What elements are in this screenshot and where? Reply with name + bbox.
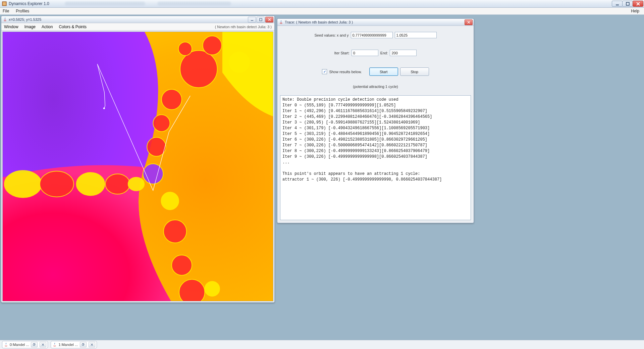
iter-end-input[interactable] [390,50,417,56]
trace-status: (potential attracting 1 cycle) [280,85,471,89]
fractal-minimize-button[interactable] [248,17,256,22]
svg-point-29 [103,107,105,109]
iter-start-input[interactable] [352,50,378,56]
taskbar-item-0[interactable]: 0:Mandel ... [2,341,48,348]
iter-start-label: Iter Start: [334,51,350,55]
svg-rect-3 [626,2,629,5]
fractal-menu-window[interactable]: Window [4,24,18,29]
seed-x-input[interactable] [351,32,393,38]
fractal-coords-title: x=0.5825; y=1.5325 [9,17,41,21]
svg-point-13 [178,42,192,55]
seed-row: Seed values: x and y [280,32,471,38]
fractal-menu-colors[interactable]: Colors & Points [59,24,87,29]
main-title-bar: Dynamics Explorer 1.0 [0,0,644,8]
menu-file[interactable]: File [1,8,10,14]
java-icon [279,20,283,24]
taskbar-item-1[interactable]: 1:Mandel ... [51,341,97,348]
fractal-close-button[interactable] [265,17,273,22]
fractal-context-label: ( Newton nth basin detect Julia: 3 ) [215,25,272,29]
svg-point-21 [172,255,192,275]
svg-point-15 [162,89,182,109]
trace-close-button[interactable] [465,19,473,25]
svg-rect-7 [259,18,262,20]
menu-profiles[interactable]: Profiles [14,8,31,14]
blurred-tab [65,2,145,6]
svg-point-19 [161,192,179,210]
taskbar-close-icon[interactable] [89,342,95,347]
taskbar-restore-icon[interactable] [80,342,87,347]
seed-y-input[interactable] [395,32,437,38]
svg-point-12 [203,36,221,55]
taskbar-item-label: 0:Mandel ... [10,343,29,347]
controls-row: ✓ Show results below. Start Stop [280,67,471,76]
fractal-menu-action[interactable]: Action [42,24,53,29]
java-icon [4,342,8,347]
svg-point-28 [128,177,144,191]
svg-point-16 [153,115,170,132]
blurred-tab [157,2,231,6]
show-results-checkbox[interactable]: ✓ [322,69,327,74]
app-icon [2,1,7,6]
start-button[interactable]: Start [369,67,398,76]
svg-point-22 [179,279,205,301]
app-title: Dynamics Explorer 1.0 [9,1,49,6]
taskbar-item-label: 1:Mandel ... [58,343,77,347]
taskbar-restore-icon[interactable] [31,342,38,347]
java-icon [52,342,57,347]
seed-label: Seed values: x and y [314,33,348,37]
svg-point-27 [105,174,130,194]
taskbar-close-icon[interactable] [40,342,46,347]
java-icon [3,17,7,22]
trace-title-bar[interactable]: Trace: ( Newton nth basin detect Julia: … [277,19,474,26]
svg-point-25 [40,171,74,197]
menu-help[interactable]: Help [630,8,641,14]
fractal-canvas-wrap [2,32,273,301]
svg-rect-37 [82,344,84,345]
fractal-canvas[interactable] [3,32,273,301]
svg-point-23 [205,282,219,296]
svg-point-20 [164,220,187,243]
fractal-maximize-button[interactable] [257,17,265,22]
fractal-title-bar[interactable]: x=0.5825; y=1.5325 [1,16,274,23]
trace-window: Trace: ( Newton nth basin detect Julia: … [277,18,474,223]
stop-button[interactable]: Stop [400,67,429,76]
minimize-button[interactable] [612,1,623,7]
mdi-area: x=0.5825; y=1.5325 Window Image Action C… [0,15,644,340]
svg-rect-1 [3,2,6,5]
fractal-menu-bar: Window Image Action Colors & Points ( Ne… [1,23,274,31]
svg-point-24 [4,170,42,198]
svg-point-11 [180,50,217,88]
iter-end-label: End: [380,51,388,55]
maximize-button[interactable] [622,1,633,7]
iter-row: Iter Start: End: [280,50,471,56]
trace-title: Trace: ( Newton nth basin detect Julia: … [285,20,353,24]
status-bar: 0:Mandel ... 1:Mandel ... [0,340,644,349]
svg-point-26 [76,172,105,196]
trace-body: Seed values: x and y Iter Start: End: ✓ … [277,26,474,223]
close-button[interactable] [633,1,643,7]
fractal-menu-image[interactable]: Image [24,24,36,29]
fractal-window: x=0.5825; y=1.5325 Window Image Action C… [1,16,275,303]
svg-rect-33 [33,344,35,345]
trace-results[interactable]: Note: Double precision cycle detection c… [280,95,471,220]
show-results-label: Show results below. [329,70,362,74]
main-menu-bar: File Profiles Help [0,8,644,15]
